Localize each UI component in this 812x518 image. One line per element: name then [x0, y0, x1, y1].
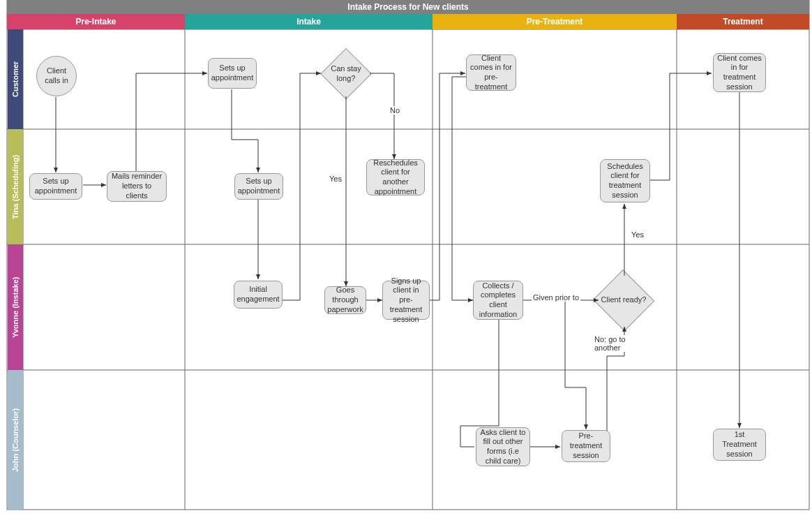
- label-no-go-another: No: go to another: [593, 335, 638, 352]
- node-label: Goes through paperwork: [327, 286, 363, 314]
- task-first-treatment[interactable]: 1st Treatment session: [713, 429, 766, 461]
- task-goes-through-paperwork[interactable]: Goes through paperwork: [324, 286, 366, 314]
- pool-title-text: Intake Process for New clients: [347, 2, 468, 12]
- grid-svg: [0, 0, 812, 518]
- node-label: Sets up appointment: [238, 177, 280, 196]
- task-client-comes-treatment[interactable]: Client comes in for treatment session: [713, 53, 766, 92]
- node-label: Client comes in for pre-treatment: [469, 54, 513, 92]
- label-yes2: Yes: [630, 230, 645, 239]
- label-no: No: [389, 106, 401, 114]
- label-yes: Yes: [328, 175, 343, 183]
- phase-pre-intake: Pre-Intake: [7, 14, 185, 29]
- gateway-client-ready[interactable]: Client ready?: [593, 271, 654, 330]
- task-setup-appt-tina-intake[interactable]: Sets up appointment: [234, 173, 283, 200]
- task-pretreat-session[interactable]: Pre-treatment session: [562, 430, 610, 462]
- task-client-pretreat[interactable]: Client comes in for pre-treatment: [466, 54, 516, 91]
- lane-label-text: John (Counselor): [11, 408, 20, 471]
- lane-tina: Tina (Scheduling): [8, 129, 23, 244]
- phase-label: Pre-Treatment: [527, 17, 583, 27]
- task-collects-info[interactable]: Collects / completes client information: [473, 281, 523, 320]
- phase-label: Pre-Intake: [75, 17, 116, 27]
- node-label: Client calls in: [40, 66, 73, 86]
- lane-customer: Customer: [8, 29, 23, 129]
- start-event[interactable]: Client calls in: [36, 56, 77, 96]
- canvas: Intake Process for New clients Pre-Intak…: [0, 0, 812, 518]
- lane-label-text: Customer: [11, 61, 20, 97]
- phase-intake: Intake: [185, 14, 433, 29]
- node-label: Client comes in for treatment session: [716, 54, 762, 92]
- phase-label: Treatment: [723, 17, 762, 27]
- lane-label-text: Tina (Scheduling): [11, 154, 20, 219]
- node-label: Sets up appointment: [211, 64, 254, 83]
- node-label: Reschedules client for another appointme…: [370, 158, 421, 197]
- gateway-can-stay-long[interactable]: Can stay long?: [321, 49, 371, 99]
- lane-yvonne: Yvonne (Instake): [8, 244, 23, 370]
- node-label: Pre-treatment session: [565, 431, 607, 460]
- node-label: Schedules client for treatment session: [603, 162, 647, 200]
- task-setup-appt-tina-pre[interactable]: Sets up appointment: [29, 173, 82, 200]
- node-label: 1st Treatment session: [716, 430, 762, 459]
- node-label: Mails reminder letters to clients: [110, 172, 163, 200]
- task-asks-forms[interactable]: Asks client to fill out other forms (i.e…: [476, 427, 530, 466]
- phase-pre-treatment: Pre-Treatment: [433, 14, 677, 29]
- node-label: Collects / completes client information: [476, 281, 520, 320]
- task-setup-appt-customer-intake[interactable]: Sets up appointment: [208, 58, 257, 89]
- label-given-prior: Given prior to: [532, 293, 580, 302]
- lane-john: John (Counselor): [8, 370, 23, 510]
- task-reschedules[interactable]: Reschedules client for another appointme…: [366, 159, 425, 195]
- node-label: Client ready?: [601, 295, 647, 305]
- node-label: Initial engagement: [236, 285, 279, 304]
- node-label: Sets up appointment: [33, 177, 79, 196]
- task-signs-up-pretreat[interactable]: Signs up client in pre-treatment session: [382, 281, 430, 320]
- node-label: Can stay long?: [326, 64, 366, 84]
- task-schedules-treatment[interactable]: Schedules client for treatment session: [600, 159, 650, 202]
- phase-treatment: Treatment: [677, 14, 809, 29]
- task-initial-engagement[interactable]: Initial engagement: [234, 281, 283, 309]
- phase-label: Intake: [296, 17, 321, 27]
- node-label: Signs up client in pre-treatment session: [386, 276, 426, 325]
- pool-title: Intake Process for New clients: [7, 0, 809, 14]
- task-mails-reminder[interactable]: Mails reminder letters to clients: [107, 171, 167, 202]
- node-label: Asks client to fill out other forms (i.e…: [479, 428, 527, 466]
- lane-label-text: Yvonne (Instake): [11, 276, 20, 337]
